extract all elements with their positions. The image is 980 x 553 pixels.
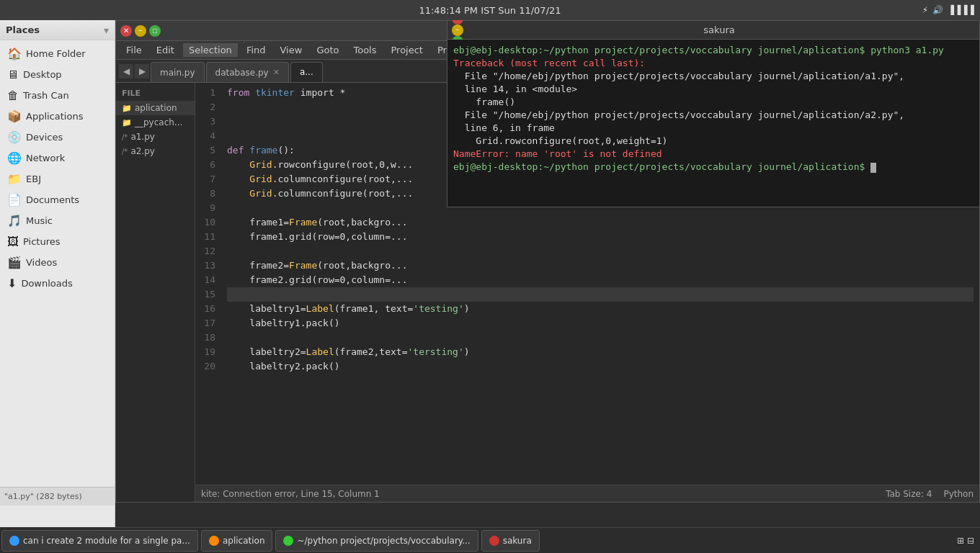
show-desktop-icon[interactable]: ⊟ [967,536,974,546]
places-toggle[interactable]: ▾ [104,24,109,36]
code-line-20[interactable]: labeltry2.pack() [227,359,974,374]
code-token: frame1= [227,217,289,228]
sidebar-label-music: Music [26,215,53,226]
sidebar-item-network[interactable]: 🌐Network [0,148,115,168]
code-token: Label [306,346,334,357]
sidebar-item-downloads[interactable]: ⬇Downloads [0,273,115,294]
editor-menu-file[interactable]: File [120,43,148,57]
sidebar-item-desktop[interactable]: 🖥Desktop [0,64,115,85]
editor-min-btn[interactable]: − [135,25,146,37]
terminal-cursor [870,163,876,173]
code-line-16[interactable]: labeltry1=Label(frame1, text='testing') [227,302,974,316]
code-token: text= [379,346,407,357]
sidebar-item-applications[interactable]: 📦Applications [0,106,115,127]
code-token: .rowconfigure(root,0,w... [272,159,414,170]
code-line-19[interactable]: labeltry2=Label(frame2,text='tersting') [227,345,974,359]
terminal-line-9: ebj@ebj-desktop:~/python project/project… [453,161,974,174]
sidebar-item-videos[interactable]: 🎬Videos [0,252,115,273]
taskbar-label-sakura: sakura [503,536,532,546]
sidebar-label-applications: Applications [26,111,83,122]
folder-item---pycach---[interactable]: 📁__pycach... [116,115,195,130]
folder-label: __pycach... [135,117,182,127]
editor-menu-find[interactable]: Find [241,43,272,57]
terminal-min-btn[interactable]: − [452,24,463,36]
code-token [227,188,249,199]
terminal-text: frame() [453,96,515,107]
folder-item-a2-py[interactable]: /*a2.py [116,144,195,158]
sidebar-item-music[interactable]: 🎵Music [0,210,115,231]
documents-icon: 📄 [7,193,22,207]
editor-close-btn[interactable]: ✕ [120,25,132,37]
terminal-line-7: Grid.rowconfigure(root,0,weight=1) [453,135,974,148]
sidebar-item-trash-can[interactable]: 🗑Trash Can [0,85,115,106]
sidebar-item-devices[interactable]: 💿Devices [0,127,115,148]
sidebar-item-pictures[interactable]: 🖼Pictures [0,231,115,252]
terminal-content[interactable]: ebj@ebj-desktop:~/python project/project… [447,40,979,207]
places-header: Places ▾ [0,20,115,40]
line-number-8: 8 [195,186,215,201]
code-token: frame2= [227,260,289,271]
terminal-title: sakura [463,24,975,35]
code-line-11[interactable]: frame1.grid(row=0,column=... [227,230,974,244]
line-number-18: 18 [195,331,215,345]
devices-icon: 💿 [7,130,22,144]
code-token: labeltry1.pack() [227,318,340,328]
sidebar-item-home-folder[interactable]: 🏠Home Folder [0,43,115,64]
line-number-14: 14 [195,273,215,287]
folder-item-aplication[interactable]: 📁aplication [116,101,195,115]
taskbar-icon-sakura [489,536,499,546]
editor-tab-database-py[interactable]: database.py✕ [206,62,289,82]
editor-menu-edit[interactable]: Edit [151,43,180,57]
taskbar-item-aplication-fm[interactable]: aplication [201,530,273,552]
code-line-17[interactable]: labeltry1.pack() [227,316,974,331]
tab-nav-right[interactable]: ▶ [135,64,149,78]
taskbar-item-sakura[interactable]: sakura [481,530,540,552]
code-token: frame2.grid(row=0,column=... [227,274,407,285]
editor-max-btn[interactable]: □ [149,25,161,37]
terminal-line-3: line 14, in <module> [453,83,974,96]
tab-close-1[interactable]: ✕ [273,68,280,77]
code-line-13[interactable]: frame2=Frame(root,backgro... [227,258,974,273]
editor-menu-goto[interactable]: Goto [311,43,344,57]
tab-nav-left[interactable]: ◀ [119,64,133,78]
downloads-icon: ⬇ [7,276,17,290]
network-icon: 🌐 [7,151,22,165]
code-token: ) [464,346,470,357]
editor-menu-project[interactable]: Project [385,43,428,57]
taskbar-item-editor[interactable]: ~/python project/projects/voccabulary... [275,530,478,552]
terminal-error-text: Traceback (most recent call last): [453,58,645,68]
window-switcher-icon[interactable]: ⊞ [957,536,964,546]
code-line-18[interactable] [227,331,974,345]
terminal-line-1: Traceback (most recent call last): [453,57,974,70]
line-number-17: 17 [195,316,215,331]
home-folder-icon: 🏠 [7,47,22,60]
desktop-icon: 🖥 [7,68,19,81]
taskbar-item-browser[interactable]: can i create 2 module for a single pa... [1,530,198,552]
editor-menu-view[interactable]: View [275,43,308,57]
code-token: frame [249,145,277,156]
sidebar-item-documents[interactable]: 📄Documents [0,189,115,210]
editor-tab-main-py[interactable]: main.py [151,62,205,82]
editor-menu-selection[interactable]: Selection [183,43,238,57]
folder-item-a1-py[interactable]: /*a1.py [116,130,195,144]
code-token: frame1.grid(row=0,column=... [227,231,407,242]
ebj-icon: 📁 [7,172,22,186]
terminal-prompt: ebj@ebj-desktop:~/python project/project… [453,45,944,55]
taskbar-icon-browser [9,536,19,546]
editor-menu-tools[interactable]: Tools [347,43,382,57]
line-number-16: 16 [195,302,215,316]
code-line-15[interactable] [227,287,974,302]
code-token: Frame [289,217,317,228]
sidebar-item-ebj[interactable]: 📁EBJ [0,168,115,189]
folder-label: a2.py [130,146,155,156]
code-line-12[interactable] [227,244,974,258]
line-number-20: 20 [195,359,215,374]
code-token: .columnconfigure(root,... [272,188,414,199]
top-taskbar: 11:48:14 PM IST Sun 11/07/21 ⚡ 🔊 ▐▐▐▐ [0,0,980,20]
code-token: 'tersting' [407,346,463,357]
code-line-14[interactable]: frame2.grid(row=0,column=... [227,273,974,287]
editor-tab-a---[interactable]: a... [290,62,323,82]
code-line-10[interactable]: frame1=Frame(root,backgro... [227,215,974,230]
code-token: Label [306,303,334,314]
file-status-text: "a1.py" (282 bytes) [4,492,82,501]
